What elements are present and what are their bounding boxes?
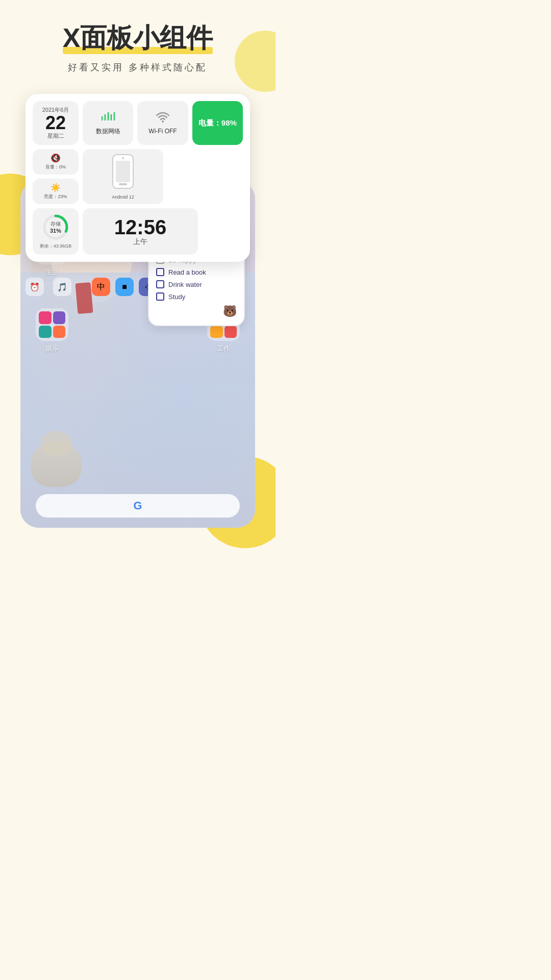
app-icon-3a[interactable]: ⏰: [26, 278, 44, 296]
date-weekday: 星期二: [47, 132, 64, 140]
storage-label: 存储: [50, 220, 61, 228]
storage-percent: 31%: [50, 228, 61, 234]
wifi-widget[interactable]: Wi-Fi OFF: [137, 101, 188, 145]
google-g-logo: G: [133, 499, 142, 512]
battery-label: 电量：98%: [198, 118, 237, 128]
app-icon-blue[interactable]: ■: [115, 278, 134, 296]
android-label: Android 12: [112, 194, 134, 200]
todo-check-3: [156, 280, 164, 288]
storage-widget: 存储 31% 剩余：43.96GB: [33, 208, 79, 255]
app-icons-row-3b: 中 ■ ✈: [92, 278, 157, 296]
date-widget: 2021年6月 22 星期二: [33, 101, 79, 145]
folder-shenghuo-label: 生活: [45, 267, 59, 277]
wifi-icon: [156, 111, 170, 126]
app-icon-3b[interactable]: 🎵: [53, 278, 71, 296]
storage-remaining: 剩余：43.96GB: [40, 243, 72, 250]
date-day: 22: [45, 114, 66, 132]
svg-rect-11: [119, 183, 127, 185]
todo-item-2[interactable]: Read a book: [156, 268, 237, 276]
wifi-label: Wi-Fi OFF: [148, 128, 177, 135]
volume-icon: 🔇: [51, 153, 61, 163]
network-icon: [102, 111, 115, 125]
network-label: 数据网络: [96, 127, 120, 136]
battery-widget: 电量：98%: [192, 101, 243, 145]
todo-text-2: Read a book: [168, 268, 206, 276]
widget-panel: 2021年6月 22 星期二: [26, 94, 250, 262]
app-icon-red[interactable]: 中: [92, 278, 110, 296]
folder-yule-label: 娱乐: [45, 344, 59, 353]
clock-time: 12:56: [114, 217, 166, 237]
brightness-icon: ☀️: [51, 183, 61, 192]
clock-ampm: 上午: [133, 237, 147, 247]
subtitle: 好看又实用 多种样式随心配: [68, 61, 207, 74]
todo-item-4[interactable]: Study: [156, 292, 237, 301]
todo-text-4: Study: [168, 293, 185, 301]
brightness-label: 亮度：23%: [44, 193, 67, 200]
brightness-widget[interactable]: ☀️ 亮度：23%: [33, 179, 79, 204]
todo-check-4: [156, 292, 164, 301]
android-widget: Android 12: [83, 149, 163, 204]
svg-rect-10: [116, 161, 130, 182]
volume-label: 音量：0%: [45, 164, 66, 170]
todo-check-2: [156, 268, 164, 276]
svg-point-5: [162, 120, 164, 122]
todo-item-3[interactable]: Drink water: [156, 280, 237, 288]
volume-widget[interactable]: 🔇 音量：0%: [33, 149, 79, 175]
network-widget[interactable]: 数据网络: [83, 101, 133, 145]
svg-point-9: [122, 157, 124, 159]
app-icons-row-3: ⏰ 🎵: [26, 278, 71, 296]
todo-bear-decoration: 🐻: [156, 305, 237, 318]
google-search-bar[interactable]: G: [36, 494, 240, 518]
android-phone-icon: [112, 154, 134, 191]
folder-gongzuo-label: 工作: [217, 344, 230, 353]
todo-text-3: Drink water: [168, 281, 202, 288]
clock-widget: 12:56 上午: [83, 208, 198, 255]
main-title: X面板小组件: [63, 20, 213, 56]
folder-yule[interactable]: 娱乐: [36, 308, 68, 353]
